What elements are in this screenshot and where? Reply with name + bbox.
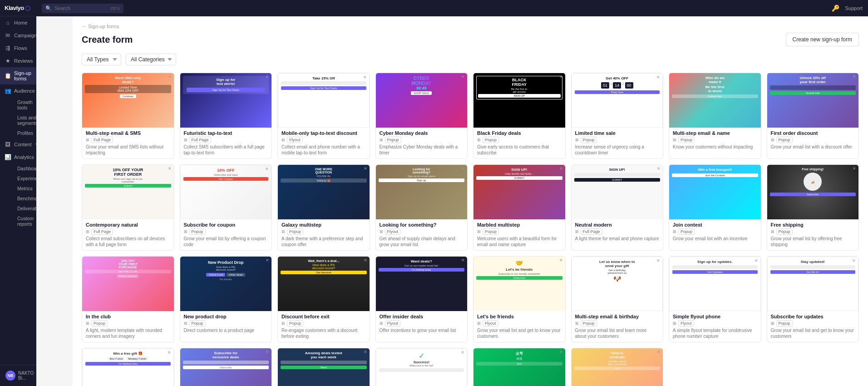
- template-card-subscribe-for-coupon[interactable]: ✕ 10% OFFSubscribe and saveGet Coupon Su…: [180, 164, 272, 251]
- breadcrumb[interactable]: ← Sign-up forms: [82, 24, 859, 29]
- create-new-signup-form-button[interactable]: Create new sign-up form: [786, 33, 859, 46]
- template-meta: ⊞ Full Page: [86, 228, 170, 235]
- template-card-win-free-gift[interactable]: ✕ Win a free gift 🎁Box T-shirtMonkey T-s…: [82, 348, 174, 386]
- sidebar-item-deliverability[interactable]: Deliverability: [13, 203, 36, 213]
- template-info: Looking for something? ⊞ Flyout Get ahea…: [376, 219, 468, 250]
- template-description: Grow your email list and get to know you…: [771, 327, 855, 339]
- template-preview: ✕ Take 15% OffSign Up for Text Deals: [278, 73, 370, 128]
- template-type-icon: ⊞: [380, 138, 383, 142]
- template-card-galaxy-multistep[interactable]: ✕ ONE MOREQUESTIONYOU'RE IN.TAKE10 🎁 Gal…: [277, 164, 370, 251]
- template-card-futuristic-tap-to-text[interactable]: ✕ Sign up fortext alerts!Sign Up for Tex…: [180, 73, 272, 159]
- user-name: NAKTO Bi...: [18, 371, 34, 381]
- close-icon: ✕: [559, 258, 563, 262]
- close-icon: ✕: [168, 74, 172, 79]
- template-card-amazing-deals-texted[interactable]: ✕ Amazing deals textedyou each weekSend …: [277, 348, 370, 386]
- sidebar-item-benchmarks[interactable]: Benchmarks: [13, 193, 36, 203]
- template-card-new-product-drop[interactable]: ✕ New Product DropHow does a 9%discount …: [180, 256, 272, 342]
- template-preview: ✕ Win a free gift 🎁Box T-shirtMonkey T-s…: [82, 348, 174, 386]
- template-preview: ✕ Wait, there's a deal...How does a 9%di…: [278, 257, 370, 311]
- search-box[interactable]: 🔍 ctrl k: [42, 4, 123, 13]
- template-type-icon: ⊞: [477, 229, 481, 234]
- breadcrumb-link[interactable]: ← Sign-up forms: [82, 24, 119, 29]
- template-name: First order discount: [771, 130, 855, 136]
- template-info: In the club ⊞ Popup A light, modern temp…: [82, 311, 174, 342]
- sidebar-section-audience[interactable]: 👥 Audience ▲: [0, 84, 36, 97]
- sidebar-section-analytics[interactable]: 📊 Analytics ▲: [0, 151, 36, 163]
- template-description: Grow your email and SMS lists without im…: [86, 144, 170, 156]
- template-type-badge: Popup: [776, 228, 793, 235]
- template-card-offer-insider-deals[interactable]: ✕ Want deals?Get on our insider email li…: [375, 256, 468, 342]
- sidebar-item-growth-tools[interactable]: Growth tools: [13, 97, 36, 113]
- template-type-icon: ⊞: [86, 321, 89, 326]
- type-filter[interactable]: All Types Popup Flyout Full Page Embed: [82, 54, 121, 65]
- template-meta: ⊞ Full Page: [184, 137, 268, 143]
- template-name: New product drop: [184, 314, 268, 319]
- close-icon: ✕: [656, 75, 660, 79]
- template-card-first-order-discount[interactable]: ✕ Unlock 20% offyour first orderSubmit I…: [767, 73, 859, 159]
- template-card-limited-time-sale[interactable]: ✕ Get 40% OFF01:14:00Shop Now Limited ti…: [571, 73, 664, 159]
- template-info: Galaxy multistep ⊞ Popup A dark theme wi…: [278, 219, 370, 250]
- template-card-subscribe-exclusive-deals[interactable]: ✕ Subscribe forexclusive dealsSubscribe …: [180, 348, 272, 386]
- template-description: Offer incentives to grow your email list: [380, 327, 464, 333]
- category-filter[interactable]: All Categories Email SMS Email & SMS: [126, 54, 176, 65]
- template-card-multi-step-email-name[interactable]: ✕ Who do wemake itBe the firstto knowSub…: [669, 73, 761, 159]
- audience-subnav: Growth tools Lists and segments Profiles: [0, 97, 36, 138]
- template-meta: ⊞ Popup: [771, 320, 855, 327]
- template-preview: ✕ BLACKFRIDAYBe the first toget accessSI…: [473, 73, 565, 128]
- template-preview: ✕ ONE MOREQUESTIONYOU'RE IN.TAKE10 🎁: [278, 165, 370, 219]
- template-card-marbled-multistep[interactable]: ✕ SIGN UP!ONE MORE DETERE...SUBMIT Marbl…: [473, 164, 566, 251]
- template-card-time-to-celebrate[interactable]: ✕ Time tocelebrateJoin the club &stay co…: [571, 348, 664, 386]
- template-card-multi-step-email-sms[interactable]: ✕ Want SMS-onlydeals?Limited TimeSMS 10%…: [82, 73, 174, 159]
- template-card-multi-step-email-birthday[interactable]: ✕ Let us know when tosend your giftGet a…: [571, 256, 664, 342]
- sidebar-item-campaigns[interactable]: ✉ Campaigns: [0, 29, 36, 42]
- sidebar-item-profiles[interactable]: Profiles: [13, 128, 36, 138]
- template-card-join-contest[interactable]: ✕ Win a free bouquet!Join the Contest Jo…: [669, 164, 761, 251]
- template-card-lets-be-friends[interactable]: ✕ 🤝Let's be friendsSubscribe to our week…: [473, 256, 566, 342]
- template-card-contemporary-natural[interactable]: ✕ 10% OFF YOURFIRST ORDERWhen you sign u…: [82, 164, 174, 251]
- template-card-mobile-only-tap-text-discount[interactable]: ✕ Take 15% OffSign Up for Text Deals Mob…: [277, 73, 370, 159]
- sidebar-item-experiments[interactable]: Experiments: [13, 173, 36, 183]
- sidebar-item-custom-reports[interactable]: Custom reports: [13, 213, 36, 229]
- template-description: Grow your email list by offering free sh…: [771, 236, 855, 247]
- template-card-discount-before-exit[interactable]: ✕ Wait, there's a deal...How does a 9%di…: [277, 256, 370, 342]
- template-preview: ✕ Sign up for updates.Get Updates: [669, 257, 761, 311]
- close-icon: ✕: [168, 166, 172, 171]
- sidebar-item-lists-segments[interactable]: Lists and segments: [13, 113, 36, 128]
- template-preview: ✕ Time tocelebrateJoin the club &stay co…: [572, 348, 663, 386]
- template-meta: ⊞ Popup: [477, 137, 562, 143]
- template-card-neutral-modern[interactable]: ✕ SIGN UP!SUBMIT Neutral modern ⊞ Full P…: [571, 164, 664, 251]
- template-card-in-the-club[interactable]: ✕ 15% OFFYOUR FIRSTPURCHASEJoin THE CLUB…: [82, 256, 174, 342]
- template-preview: ✕ 10% OFF YOURFIRST ORDERWhen you sign u…: [82, 165, 174, 219]
- sidebar-item-dashboards[interactable]: Dashboards: [13, 163, 36, 173]
- sidebar-item-reviews[interactable]: ★ Reviews: [0, 54, 36, 67]
- logo-area: Klaviyo ⬡: [0, 0, 36, 16]
- user-menu[interactable]: NB NAKTO Bi...: [4, 369, 33, 382]
- template-info: Futuristic tap-to-text ⊞ Full Page Colle…: [180, 128, 272, 158]
- template-description: Grow your email list by offering a coupo…: [184, 236, 268, 247]
- template-card-free-shipping[interactable]: ✕ Free shipping!🚚Subscribe Free shipping…: [767, 164, 859, 251]
- template-info: Subscribe for updates ⊞ Popup Grow your …: [767, 311, 859, 342]
- template-card-众号[interactable]: ✕ 众号跨境Join 众号跨境 ⊞ Popup Subscribe form: [473, 348, 566, 386]
- support-link[interactable]: Support: [845, 5, 863, 11]
- template-card-looking-for-something[interactable]: ✕ Looking forsomething?Sign up for email…: [375, 164, 468, 251]
- sidebar-item-metrics[interactable]: Metrics: [13, 183, 36, 193]
- search-input[interactable]: [54, 5, 100, 11]
- sidebar-item-signup-forms[interactable]: 📋 Sign-up forms: [0, 67, 36, 84]
- template-card-success[interactable]: ✕ ✓Success!Welcome to the list! Success!…: [375, 348, 468, 386]
- template-card-subscribe-for-updates[interactable]: ✕ Stay updated!Get Me In! Subscribe for …: [767, 256, 859, 342]
- template-card-simple-flyout-phone[interactable]: ✕ Sign up for updates.Get Updates Simple…: [669, 256, 761, 342]
- template-preview: ✕ CYBERMONDAY30:45SHOP SALE: [376, 73, 468, 128]
- template-type-icon: ⊞: [380, 321, 383, 326]
- template-type-icon: ⊞: [86, 229, 89, 234]
- template-description: Increase sense of urgency using a countd…: [575, 144, 660, 156]
- template-card-cyber-monday-deals[interactable]: ✕ CYBERMONDAY30:45SHOP SALE Cyber Monday…: [375, 73, 468, 159]
- sidebar-section-content[interactable]: 🖼 Content ▼: [0, 138, 36, 151]
- template-description: Grow your email list and get to know you…: [477, 327, 562, 339]
- template-description: A dark theme with a preference step and …: [281, 236, 366, 247]
- sidebar-item-home[interactable]: ⌂ Home: [0, 16, 36, 29]
- close-icon: ✕: [266, 350, 269, 354]
- sidebar-item-flows[interactable]: ⇶ Flows: [0, 42, 36, 54]
- template-card-black-friday-deals[interactable]: ✕ BLACKFRIDAYBe the first toget accessSI…: [473, 73, 566, 159]
- template-meta: ⊞ Popup: [184, 320, 268, 327]
- close-icon: ✕: [168, 350, 171, 355]
